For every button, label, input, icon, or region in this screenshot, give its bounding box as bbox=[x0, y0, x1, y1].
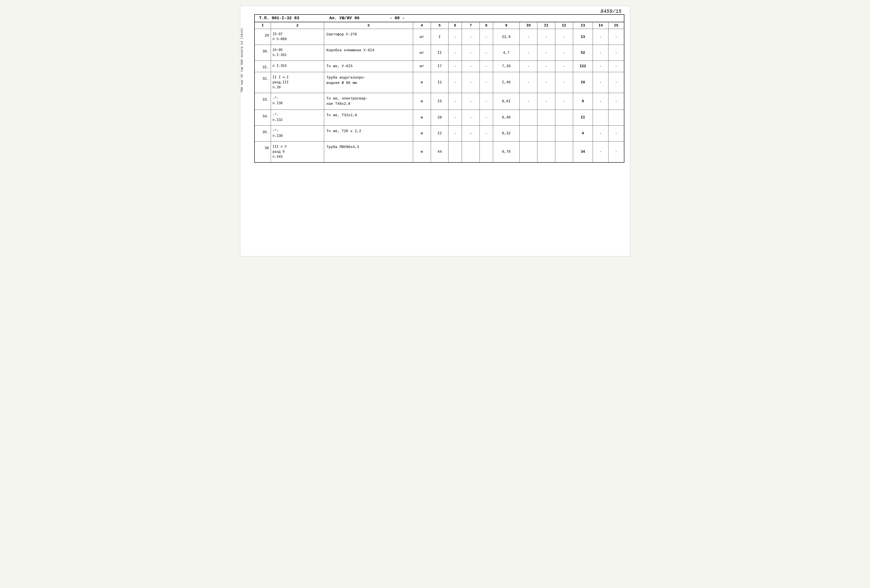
col-header-3: 3 bbox=[324, 22, 413, 29]
table-cell: - bbox=[555, 72, 573, 93]
table-row: 3I.п I-353То же, У-6I5штI7---7,20---I22-… bbox=[255, 61, 624, 72]
table-cell: - bbox=[448, 61, 462, 72]
table-cell: - bbox=[448, 45, 462, 61]
col-header-12: I2 bbox=[555, 22, 573, 29]
table-cell: I2 bbox=[431, 72, 448, 93]
page-number: 8459/15 bbox=[600, 9, 622, 14]
col-header-10: IO bbox=[520, 22, 538, 29]
table-cell: - bbox=[555, 45, 573, 61]
table-cell: II I ч.Iразд.IIIп.20 bbox=[271, 72, 324, 93]
table-cell: 28 bbox=[431, 110, 448, 125]
table-cell: 0,40 bbox=[493, 110, 520, 125]
table-cell: 32. bbox=[255, 72, 271, 93]
col-header-14: I4 bbox=[593, 22, 609, 29]
table-row: 30.24-05п.I-352Коробка клеммная У-6I4штI… bbox=[255, 45, 624, 61]
table-cell: 30. bbox=[255, 45, 271, 61]
table-cell: I5 bbox=[431, 93, 448, 110]
table-cell: - bbox=[593, 125, 609, 141]
table-cell: -"-п.I32 bbox=[271, 110, 324, 125]
table-cell: 4,7 bbox=[493, 45, 520, 61]
table-cell: - bbox=[609, 61, 624, 72]
table-cell: 7,20 bbox=[493, 61, 520, 72]
table-cell: - bbox=[462, 29, 480, 45]
table-cell bbox=[555, 110, 573, 125]
main-table-area: Т.П. 901-I-32 83 Ал. УШ/ИУ 86 - 88 - I 2… bbox=[254, 14, 624, 163]
table-cell: II bbox=[431, 45, 448, 61]
table-cell: - bbox=[593, 72, 609, 93]
table-cell: То же, Т32x2,8 bbox=[324, 110, 413, 125]
table-cell: - bbox=[538, 61, 555, 72]
table-cell: - bbox=[448, 29, 462, 45]
table-cell: 24-05п.I-352 bbox=[271, 45, 324, 61]
table-cell: - bbox=[538, 29, 555, 45]
table-cell: 36 bbox=[255, 141, 271, 162]
table-cell: - bbox=[593, 141, 609, 162]
table-cell: шт bbox=[413, 29, 431, 45]
table-cell: 33. bbox=[255, 93, 271, 110]
table-cell: - bbox=[593, 29, 609, 45]
col-header-9: 9 bbox=[493, 22, 520, 29]
table-row: 36III ч Уразд 9п.443Труба ПВХ90x4,3м440,… bbox=[255, 141, 624, 162]
table-cell: - bbox=[462, 72, 480, 93]
table-cell: - bbox=[593, 93, 609, 110]
table-cell: 22,9 bbox=[493, 29, 520, 45]
table-cell: - bbox=[609, 29, 624, 45]
header-subtitle2: - 88 - bbox=[390, 16, 405, 21]
table-cell: 34 bbox=[573, 141, 593, 162]
table-cell bbox=[480, 141, 493, 162]
col-header-6: 6 bbox=[448, 22, 462, 29]
table-cell: - bbox=[520, 29, 538, 45]
table-cell: - bbox=[480, 110, 493, 125]
table-cell: - bbox=[609, 45, 624, 61]
table-cell: - bbox=[520, 93, 538, 110]
table-cell: - bbox=[609, 125, 624, 141]
table-cell: I7 bbox=[431, 61, 448, 72]
page-container: 8459/15 ТЯН зак 43 тир 500 экзата к4 (43… bbox=[240, 6, 630, 256]
table-cell: III ч Уразд 9п.443 bbox=[271, 141, 324, 162]
table-cell: - bbox=[555, 93, 573, 110]
table-cell: 52 bbox=[573, 45, 593, 61]
table-cell: м bbox=[413, 141, 431, 162]
col-header-2: 2 bbox=[271, 22, 324, 29]
col-header-5: 5 bbox=[431, 22, 448, 29]
table-cell: I8 bbox=[573, 72, 593, 93]
table-cell: - bbox=[538, 72, 555, 93]
table-cell bbox=[609, 110, 624, 125]
table-cell: Светофор У-270 bbox=[324, 29, 413, 45]
table-cell: - bbox=[462, 93, 480, 110]
main-table: Т.П. 901-I-32 83 Ал. УШ/ИУ 86 - 88 - I 2… bbox=[254, 14, 624, 163]
header-title: Т.П. 901-I-32 83 bbox=[259, 16, 299, 21]
table-cell: 9 bbox=[573, 93, 593, 110]
table-cell bbox=[538, 125, 555, 141]
header-row-title: Т.П. 901-I-32 83 Ал. УШ/ИУ 86 - 88 - bbox=[255, 15, 624, 22]
table-cell bbox=[448, 141, 462, 162]
table-cell: шт bbox=[413, 61, 431, 72]
table-cell: То же, электросвар-ная Т48x2,8 bbox=[324, 93, 413, 110]
table-cell bbox=[520, 141, 538, 162]
table-cell bbox=[538, 141, 555, 162]
col-header-1: I bbox=[255, 22, 271, 29]
table-cell: - bbox=[448, 93, 462, 110]
table-cell: I22 bbox=[573, 61, 593, 72]
table-cell: -"-п I36 bbox=[271, 93, 324, 110]
table-row: 34.-"-п.I32То же, Т32x2,8м28---0,40II bbox=[255, 110, 624, 125]
table-cell: То же, Т26 x 2,2 bbox=[324, 125, 413, 141]
table-cell bbox=[520, 125, 538, 141]
table-cell bbox=[538, 110, 555, 125]
table-cell: - bbox=[480, 61, 493, 72]
col-header-8: 8 bbox=[480, 22, 493, 29]
table-cell: - bbox=[593, 45, 609, 61]
side-label: ТЯН зак 43 тир 500 экзата к4 (43ч4) bbox=[240, 28, 244, 92]
table-cell: - bbox=[448, 72, 462, 93]
table-cell: - bbox=[609, 72, 624, 93]
table-cell: - bbox=[538, 93, 555, 110]
table-cell: - bbox=[520, 61, 538, 72]
table-cell: п I-353 bbox=[271, 61, 324, 72]
table-cell: - bbox=[480, 125, 493, 141]
table-cell bbox=[593, 110, 609, 125]
table-cell bbox=[555, 141, 573, 162]
table-cell: - bbox=[538, 45, 555, 61]
table-cell: - bbox=[609, 93, 624, 110]
table-cell: шт bbox=[413, 45, 431, 61]
table-cell: 3I. bbox=[255, 61, 271, 72]
